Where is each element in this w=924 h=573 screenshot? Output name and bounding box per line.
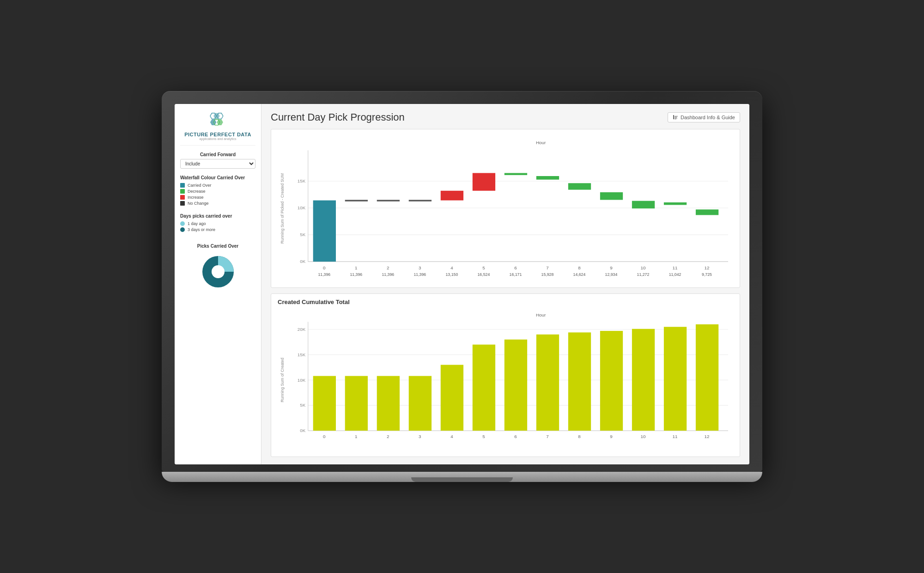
wf-val-12: 9,725: [702, 272, 712, 277]
wf-x-4: 4: [450, 265, 453, 270]
cum-bar-7: [536, 335, 559, 431]
wf-bar-7: [536, 176, 559, 180]
cumulative-panel: Created Cumulative Total Running Sum of …: [271, 293, 740, 457]
wf-val-10: 11,272: [637, 272, 650, 277]
cum-bar-3: [409, 376, 432, 431]
cumulative-title: Created Cumulative Total: [278, 299, 733, 305]
cum-x-11: 11: [673, 434, 678, 439]
cumulative-svg: Running Sum of Created Hour 0K 5K 10K 15…: [278, 308, 733, 452]
cum-bar-0: [313, 376, 336, 431]
wf-bar-8: [568, 183, 591, 189]
legend-carried-over: Carried Over: [180, 183, 255, 188]
info-icon: [673, 115, 678, 120]
cum-bar-1: [345, 376, 368, 431]
days-1-label: 1 day ago: [188, 221, 206, 226]
cum-y-15k: 15K: [298, 352, 306, 357]
waterfall-panel: Running Sum of Picked - Created SUM Hour…: [271, 129, 740, 288]
cum-bar-10: [632, 329, 655, 431]
main-content: Current Day Pick Progression Dashboard I…: [261, 104, 749, 464]
cum-bar-11: [664, 327, 687, 431]
info-guide-button[interactable]: Dashboard Info & Guide: [668, 112, 740, 122]
cum-x-5: 5: [482, 434, 485, 439]
waterfall-legend-section: Waterfall Colour Carried Over Carried Ov…: [180, 175, 255, 207]
days-3-label: 3 days or more: [188, 227, 215, 232]
wf-bar-4: [441, 191, 463, 201]
waterfall-legend-title: Waterfall Colour Carried Over: [180, 175, 255, 180]
days-1-color: [180, 221, 185, 226]
page-header: Current Day Pick Progression Dashboard I…: [271, 111, 740, 123]
wf-bar-2: [377, 200, 400, 201]
logo-text-sub: applications and analytics: [200, 137, 237, 140]
decrease-color: [180, 189, 185, 194]
svg-rect-12: [675, 118, 677, 118]
days-legend-title: Days picks carried over: [180, 213, 255, 219]
days-legend-section: Days picks carried over 1 day ago 3 days…: [180, 213, 255, 233]
cum-x-0: 0: [323, 434, 326, 439]
wf-x-6: 6: [514, 265, 517, 270]
wf-x-12: 12: [705, 265, 710, 270]
wf-val-6: 16,171: [510, 272, 522, 277]
cum-y-20k: 20K: [298, 327, 306, 332]
wf-bar-12: [696, 209, 718, 215]
increase-label: Increase: [188, 195, 204, 200]
cum-x-4: 4: [450, 434, 453, 439]
days-1-ago: 1 day ago: [180, 221, 255, 226]
svg-rect-11: [675, 117, 677, 117]
wf-val-9: 12,934: [605, 272, 618, 277]
legend-no-change: No Change: [180, 201, 255, 206]
info-btn-label: Dashboard Info & Guide: [681, 115, 735, 120]
logo-icon: [206, 111, 231, 130]
wf-bar-0: [313, 201, 336, 262]
picks-carried-title: Picks Carried Over: [180, 244, 255, 249]
svg-marker-5: [217, 119, 223, 125]
cum-bar-2: [377, 376, 400, 431]
page-title: Current Day Pick Progression: [271, 111, 405, 123]
cum-x-1: 1: [355, 434, 357, 439]
wf-bar-1: [345, 200, 368, 201]
wf-val-1: 11,396: [350, 272, 362, 277]
wf-val-8: 14,624: [573, 272, 586, 277]
y-tick-0k: 0K: [300, 259, 305, 264]
cum-bar-9: [600, 331, 623, 431]
cum-y-label: Running Sum of Created: [280, 358, 285, 402]
wf-x-3: 3: [419, 265, 421, 270]
wf-val-11: 11,042: [669, 272, 681, 277]
svg-point-7: [212, 265, 225, 278]
days-3-plus: 3 days or more: [180, 227, 255, 232]
wf-val-0: 11,396: [318, 272, 330, 277]
wf-x-0: 0: [323, 265, 326, 270]
logo-text-main: PICTURE PERFECT DATA: [184, 132, 251, 137]
cum-x-7: 7: [546, 434, 548, 439]
include-select[interactable]: Include: [180, 159, 255, 169]
wf-x-9: 9: [610, 265, 613, 270]
wf-val-3: 11,396: [413, 272, 426, 277]
wf-bar-5: [473, 173, 495, 190]
cum-x-hour: Hour: [536, 313, 546, 318]
decrease-label: Decrease: [188, 189, 206, 194]
wf-x-1: 1: [355, 265, 357, 270]
days-3-color: [180, 227, 185, 232]
laptop-base: [162, 472, 762, 482]
svg-rect-13: [675, 119, 676, 119]
wf-x-2: 2: [387, 265, 389, 270]
cum-bar-4: [441, 365, 463, 431]
logo-area: PICTURE PERFECT DATA applications and an…: [180, 111, 255, 146]
cum-bar-12: [696, 324, 718, 431]
cum-y-10k: 10K: [298, 378, 306, 383]
wf-bar-10: [632, 201, 655, 208]
wf-val-7: 15,928: [541, 272, 554, 277]
wf-x-7: 7: [546, 265, 548, 270]
cum-x-3: 3: [419, 434, 421, 439]
cum-x-2: 2: [387, 434, 389, 439]
legend-increase: Increase: [180, 195, 255, 200]
waterfall-chart-area: Running Sum of Picked - Created SUM Hour…: [278, 134, 733, 283]
wf-val-2: 11,396: [382, 272, 394, 277]
cum-y-5k: 5K: [300, 403, 305, 408]
cum-x-9: 9: [610, 434, 613, 439]
cum-x-6: 6: [514, 434, 517, 439]
svg-rect-9: [673, 115, 674, 116]
wf-val-4: 13,150: [445, 272, 458, 277]
waterfall-y-label: Running Sum of Picked - Created SUM: [280, 173, 285, 244]
waterfall-x-hour-label: Hour: [536, 140, 546, 145]
wf-x-11: 11: [673, 265, 678, 270]
